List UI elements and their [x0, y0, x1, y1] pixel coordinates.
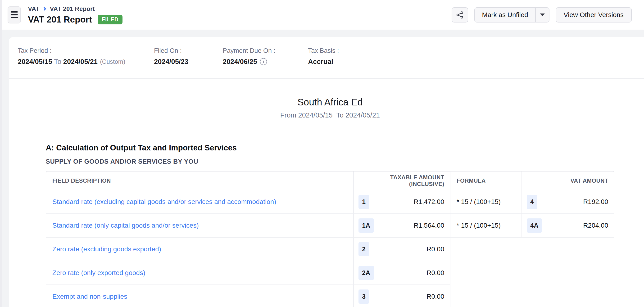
vat-table: FIELD DESCRIPTION TAXABLE AMOUNT (INCLUS… [46, 171, 614, 307]
breadcrumb-current: VAT 201 Report [50, 5, 95, 12]
header-actions: Mark as Unfiled View Other Versions [452, 7, 632, 22]
filed-on-field: Filed On : 2024/05/23 [154, 47, 223, 66]
taxable-amount-cell: 2AR0.00 [354, 261, 450, 285]
formula-cell: * 15 / (100+15) [450, 190, 521, 214]
taxable-amount-value: R0.00 [426, 246, 444, 253]
vat-amount-value: R204.00 [583, 222, 608, 229]
payment-due-value: 2024/06/25 [223, 58, 308, 66]
field-description-link[interactable]: Exempt and non-supplies [52, 293, 127, 300]
taxable-amount-value: R1,564.00 [414, 222, 444, 229]
table-row: Standard rate (excluding capital goods a… [46, 190, 614, 214]
vat-amount-value: R192.00 [583, 198, 608, 206]
taxable-amount-value: R0.00 [426, 269, 444, 277]
organization-name: South Africa Ed [46, 97, 614, 108]
taxable-amount-cell: 2R0.00 [354, 237, 450, 261]
chevron-right-icon [42, 7, 46, 11]
tax-basis-field: Tax Basis : Accrual [308, 47, 339, 66]
table-row: Standard rate (only capital goods and/or… [46, 214, 614, 237]
field-description-cell: Exempt and non-supplies [46, 285, 354, 307]
info-icon[interactable] [260, 58, 267, 65]
payment-due-label: Payment Due On : [223, 47, 308, 54]
report-head: South Africa Ed From 2024/05/15 To 2024/… [46, 97, 614, 119]
field-description-link[interactable]: Standard rate (excluding capital goods a… [52, 198, 276, 206]
table-header-row: FIELD DESCRIPTION TAXABLE AMOUNT (INCLUS… [46, 172, 614, 190]
view-other-versions-button[interactable]: View Other Versions [556, 7, 632, 22]
field-description-link[interactable]: Standard rate (only capital goods and/or… [52, 222, 199, 229]
taxable-amount-cell: 1R1,472.00 [354, 190, 450, 214]
hamburger-icon [11, 11, 18, 12]
taxable-amount-value: R0.00 [426, 293, 444, 300]
status-badge: FILED [98, 15, 122, 24]
filed-on-label: Filed On : [154, 47, 223, 54]
custom-period-note: (Custom) [100, 58, 125, 66]
breadcrumb: VAT VAT 201 Report [28, 5, 122, 12]
subsection-heading: SUPPLY OF GOODS AND/OR SERVICES BY YOU [46, 158, 614, 165]
vat-201-report-page: VAT VAT 201 Report VAT 201 Report FILED [0, 0, 644, 307]
filed-on-value: 2024/05/23 [154, 58, 223, 66]
title-row: VAT 201 Report FILED [28, 15, 122, 25]
col-header-formula: FORMULA [450, 172, 521, 190]
vat-code-badge: 4A [527, 218, 542, 232]
col-header-taxable-amount: TAXABLE AMOUNT (INCLUSIVE) [354, 172, 450, 190]
tax-basis-value: Accrual [308, 58, 339, 66]
vat-amount-cell: 4AR204.00 [521, 214, 614, 237]
col-header-field-description: FIELD DESCRIPTION [46, 172, 354, 190]
formula-cell: * 15 / (100+15) [450, 214, 521, 237]
vat-table-body: Standard rate (excluding capital goods a… [46, 190, 614, 307]
field-code-badge: 1A [358, 218, 374, 232]
page-title: VAT 201 Report [28, 15, 92, 25]
share-nodes-icon [456, 11, 464, 19]
field-description-link[interactable]: Zero rate (only exported goods) [52, 269, 145, 276]
empty-formula-vat-area [450, 237, 614, 307]
mark-as-unfiled-button[interactable]: Mark as Unfiled [475, 8, 535, 22]
field-description-cell: Zero rate (only exported goods) [46, 261, 354, 285]
caret-down-icon [540, 14, 545, 16]
left-edge-strip [0, 0, 2, 307]
tax-period-field: Tax Period : 2024/05/15 To 2024/05/21 (C… [18, 47, 154, 66]
hamburger-menu-button[interactable] [8, 6, 21, 24]
taxable-amount-cell: 3R0.00 [354, 285, 450, 307]
taxable-amount-value: R1,472.00 [414, 198, 444, 206]
vat-amount-cell: 4R192.00 [521, 190, 614, 214]
field-description-link[interactable]: Zero rate (excluding goods exported) [52, 246, 161, 253]
section-heading: A: Calculation of Output Tax and Importe… [46, 143, 614, 152]
taxable-amount-cell: 1AR1,564.00 [354, 214, 450, 237]
field-code-badge: 2A [358, 266, 374, 280]
field-description-cell: Standard rate (only capital goods and/or… [46, 214, 354, 237]
mark-as-unfiled-dropdown-toggle[interactable] [535, 8, 549, 22]
field-code-badge: 3 [358, 290, 369, 304]
share-button[interactable] [452, 7, 468, 22]
tax-period-label: Tax Period : [18, 47, 154, 54]
top-header: VAT VAT 201 Report VAT 201 Report FILED [0, 0, 644, 30]
col-header-vat-amount: VAT AMOUNT [521, 172, 614, 190]
info-divider [9, 78, 644, 79]
report-body: South Africa Ed From 2024/05/15 To 2024/… [46, 97, 614, 307]
mark-as-unfiled-split-button: Mark as Unfiled [474, 7, 550, 22]
header-left: VAT VAT 201 Report VAT 201 Report FILED [8, 5, 122, 25]
table-row: Zero rate (excluding goods exported)2R0.… [46, 237, 614, 261]
field-description-cell: Standard rate (excluding capital goods a… [46, 190, 354, 214]
field-description-cell: Zero rate (excluding goods exported) [46, 237, 354, 261]
payment-due-field: Payment Due On : 2024/06/25 [223, 47, 308, 66]
breadcrumb-root[interactable]: VAT [28, 5, 39, 12]
report-period: From 2024/05/15 To 2024/05/21 [46, 111, 614, 119]
header-text-block: VAT VAT 201 Report VAT 201 Report FILED [28, 5, 122, 25]
field-code-badge: 1 [358, 195, 369, 209]
tax-period-value: 2024/05/15 To 2024/05/21 (Custom) [18, 58, 154, 66]
vat-code-badge: 4 [527, 195, 538, 209]
tax-basis-label: Tax Basis : [308, 47, 339, 54]
filing-info-bar: Tax Period : 2024/05/15 To 2024/05/21 (C… [9, 37, 644, 66]
field-code-badge: 2 [358, 242, 369, 256]
report-card: Tax Period : 2024/05/15 To 2024/05/21 (C… [9, 37, 644, 307]
